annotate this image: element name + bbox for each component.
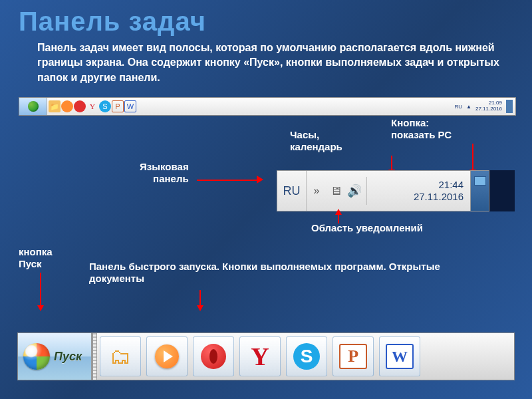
date-text: 27.11.2016 — [370, 191, 464, 203]
quicklaunch-mini: 📁 Y S P W — [47, 100, 138, 112]
tray-icons-mini: ▲ — [466, 104, 471, 110]
opera-button[interactable] — [193, 336, 234, 376]
arrow-notification — [338, 214, 339, 223]
label-language-panel: Языковая панель — [140, 161, 189, 185]
diagram-area: Часы, календарь Кнопка: показать РС Язык… — [19, 129, 513, 262]
arrow-language — [197, 180, 258, 181]
quick-launch-bar: 🗂 Y S P W — [97, 333, 423, 380]
yandex-icon: Y — [86, 100, 98, 112]
media-player-icon — [155, 344, 179, 368]
show-desktop-button[interactable] — [470, 171, 489, 211]
powerpoint-button[interactable]: P — [332, 336, 374, 376]
slide: Панель задач Панель задач имеет вид поло… — [0, 0, 532, 262]
slide-description: Панель задач имеет вид полосы, которая п… — [37, 41, 513, 85]
windows-orb-icon — [28, 101, 39, 112]
label-notification-area: Область уведомлений — [311, 222, 423, 234]
label-quick-launch: Панель быстрого запуска. Кнопки выполняе… — [89, 261, 448, 285]
tray-mini: RU ▲ 21:09 27.11.2016 — [454, 100, 515, 113]
separator — [366, 177, 367, 205]
word-icon: W — [386, 344, 414, 369]
skype-icon: S — [99, 100, 111, 112]
taskbar-full-screenshot: 📁 Y S P W RU ▲ 21:09 27.11.2016 — [19, 97, 516, 116]
opera-icon — [201, 344, 226, 369]
arrow-start — [40, 273, 41, 306]
arrow-show-desktop — [472, 144, 473, 170]
label-start-button: кнопка Пуск — [19, 246, 53, 270]
word-icon: W — [124, 100, 136, 112]
skype-icon: S — [293, 343, 320, 370]
label-clock-calendar: Часы, календарь — [290, 129, 342, 153]
clock-mini: 21:09 27.11.2016 — [475, 100, 502, 112]
show-desktop-mini — [506, 100, 513, 113]
taskbar-divider — [92, 333, 97, 380]
label-show-desktop: Кнопка: показать РС — [391, 117, 452, 141]
start-button-label: Пуск — [54, 350, 82, 364]
slide-title: Панель задач — [19, 7, 513, 37]
opera-icon — [74, 100, 86, 112]
windows-orb-icon — [23, 343, 50, 370]
bottom-labels: кнопка Пуск Панель быстрого запуска. Кно… — [0, 246, 532, 326]
dark-edge — [489, 170, 515, 211]
clock-date[interactable]: 21:44 27.11.2016 — [370, 179, 470, 203]
expand-icon[interactable]: » — [307, 185, 327, 197]
yandex-icon: Y — [251, 342, 269, 371]
yandex-button[interactable]: Y — [239, 336, 281, 376]
start-button[interactable]: Пуск — [18, 333, 92, 380]
explorer-button[interactable]: 🗂 — [100, 336, 141, 376]
arrow-clock — [391, 156, 392, 170]
skype-button[interactable]: S — [286, 336, 327, 376]
media-player-button[interactable] — [146, 336, 188, 376]
taskbar-large: Пуск 🗂 Y S P W — [17, 332, 515, 380]
arrow-quicklaunch — [200, 290, 201, 306]
network-icon[interactable]: 🖥 — [327, 184, 345, 198]
language-indicator-mini: RU — [454, 104, 462, 110]
media-player-icon — [61, 100, 73, 112]
arrow-language-head — [257, 176, 263, 184]
powerpoint-icon: P — [112, 100, 124, 112]
volume-icon[interactable]: 🔊 — [345, 184, 364, 198]
folder-icon: 📁 — [49, 100, 61, 112]
powerpoint-icon: P — [339, 344, 367, 369]
word-button[interactable]: W — [379, 336, 420, 376]
time-text: 21:44 — [370, 179, 464, 191]
start-button-mini — [19, 98, 47, 115]
folder-icon: 🗂 — [110, 344, 131, 369]
language-indicator[interactable]: RU — [277, 171, 307, 211]
system-tray-zoom: RU » 🖥 🔊 21:44 27.11.2016 — [277, 170, 489, 211]
